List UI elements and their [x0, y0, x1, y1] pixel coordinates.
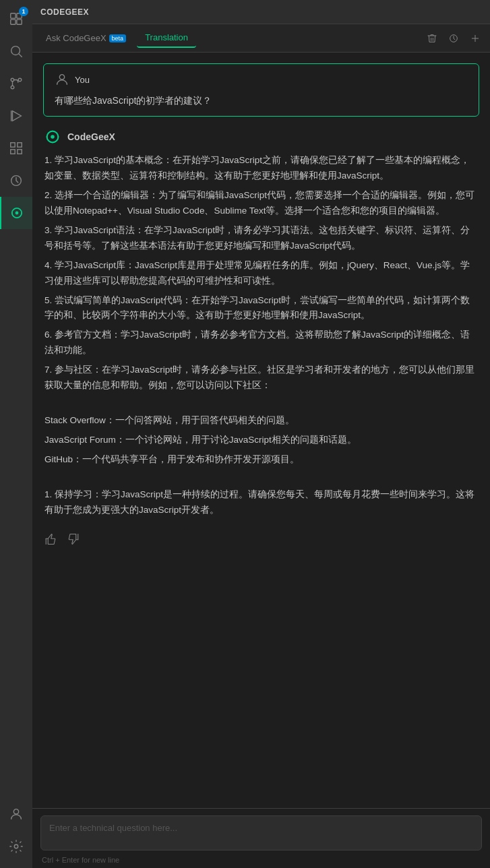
codegeex-icon	[9, 205, 25, 221]
svg-point-8	[18, 78, 22, 82]
tab-translation[interactable]: Translation	[137, 28, 196, 48]
thumbs-up-button[interactable]	[43, 532, 58, 549]
svg-point-7	[11, 86, 14, 89]
ai-content-line: 5. 尝试编写简单的JavaScript代码：在开始学习JavaScript时，…	[44, 293, 479, 324]
sidebar-item-search[interactable]	[0, 35, 32, 67]
source-control-icon	[9, 76, 24, 91]
ai-message: CodeGeeX 1. 学习JavaScript的基本概念：在开始学习JavaS…	[43, 127, 479, 549]
trash-icon	[427, 33, 437, 44]
add-button[interactable]	[466, 29, 485, 48]
main-content: CODEGEEX Ask CodeGeeX beta Translation	[32, 0, 490, 868]
sidebar-item-extensions[interactable]: 1	[0, 3, 32, 35]
history-button[interactable]	[444, 29, 463, 48]
svg-rect-14	[18, 150, 22, 154]
ai-content-line: 1. 保持学习：学习JavaScript是一种持续的过程。请确保您每天、每周或每…	[44, 487, 479, 518]
user-message-header: You	[55, 72, 468, 87]
ai-action-bar	[43, 529, 479, 549]
plus-icon	[470, 33, 481, 44]
clock-icon	[448, 33, 459, 44]
svg-point-18	[14, 844, 18, 848]
input-hint: Ctrl + Enter for new line	[40, 853, 482, 864]
ai-content-line: 1. 学习JavaScript的基本概念：在开始学习JavaScript之前，请…	[44, 153, 479, 184]
tab-translation-label: Translation	[145, 32, 188, 42]
header-bar: CODEGEEX	[32, 0, 490, 24]
user-avatar-icon	[55, 72, 69, 87]
ai-content-line: 3. 学习JavaScript语法：在学习JavaScript时，请务必学习其语…	[44, 223, 479, 254]
history-icon	[9, 173, 24, 188]
svg-marker-9	[13, 111, 22, 121]
sidebar-item-run[interactable]	[0, 100, 32, 132]
sidebar-item-settings[interactable]	[0, 830, 32, 863]
settings-icon	[9, 839, 24, 854]
tab-bar: Ask CodeGeeX beta Translation	[32, 24, 490, 53]
tab-ask-badge: beta	[109, 34, 127, 42]
run-icon	[9, 108, 24, 123]
svg-point-22	[59, 75, 64, 80]
input-area: Ctrl + Enter for new line	[32, 808, 490, 868]
thumbs-down-icon	[67, 533, 80, 545]
thumbs-down-button[interactable]	[66, 532, 81, 549]
ai-content-line: JavaScript Forum：一个讨论网站，用于讨论JavaScript相关…	[44, 433, 479, 448]
sidebar-item-history[interactable]	[0, 164, 32, 197]
brand-name: CODEGEEX	[40, 7, 89, 17]
svg-point-16	[16, 212, 19, 215]
sidebar-item-blocks[interactable]	[0, 132, 32, 164]
search-icon	[9, 44, 24, 59]
sidebar-bottom	[0, 798, 32, 868]
sidebar: 1	[0, 0, 32, 868]
chat-area: You 有哪些给JavaScript的初学者的建议？ CodeGeeX 1. 学…	[32, 53, 490, 808]
user-message: You 有哪些给JavaScript的初学者的建议？	[43, 63, 479, 117]
blocks-icon	[9, 141, 24, 156]
ai-content-line: Stack Overflow：一个问答网站，用于回答代码相关的问题。	[44, 413, 479, 429]
svg-rect-3	[17, 20, 22, 24]
user-name: You	[75, 75, 90, 85]
sidebar-top: 1	[0, 0, 32, 798]
ai-message-header: CodeGeeX	[43, 127, 479, 146]
svg-rect-0	[11, 13, 16, 18]
svg-rect-12	[18, 143, 22, 147]
thumbs-up-icon	[44, 533, 57, 545]
sidebar-item-account[interactable]	[0, 798, 32, 830]
question-input[interactable]	[40, 815, 482, 850]
ai-content-line: 2. 选择一个合适的编辑器：为了编写和编辑JavaScript代码，您需要选择一…	[44, 188, 479, 219]
ai-content-line: 4. 学习JavaScript库：JavaScript库是用于处理常见编程任务的…	[44, 258, 479, 289]
svg-rect-2	[11, 20, 16, 24]
ai-name-label: CodeGeeX	[67, 131, 115, 142]
delete-button[interactable]	[423, 29, 441, 48]
tab-ask[interactable]: Ask CodeGeeX beta	[38, 29, 134, 47]
sidebar-item-codegeex[interactable]	[0, 197, 32, 229]
svg-point-17	[13, 809, 18, 814]
svg-rect-11	[11, 143, 15, 147]
codegex-ai-logo	[43, 127, 62, 146]
svg-point-4	[11, 46, 20, 55]
svg-line-5	[19, 54, 22, 57]
user-question-text: 有哪些给JavaScript的初学者的建议？	[55, 94, 468, 108]
ai-response-content: 1. 学习JavaScript的基本概念：在开始学习JavaScript之前，请…	[43, 153, 479, 522]
notification-badge: 1	[19, 7, 28, 16]
sidebar-item-source-control[interactable]	[0, 67, 32, 100]
svg-rect-13	[11, 150, 15, 154]
account-icon	[9, 807, 24, 822]
svg-point-23	[51, 135, 55, 139]
ai-content-line: 6. 参考官方文档：学习JavaScript时，请务必参考官方文档。这将帮助您了…	[44, 328, 479, 359]
ai-content-line: GitHub：一个代码共享平台，用于发布和协作开发开源项目。	[44, 452, 479, 468]
tab-ask-label: Ask CodeGeeX	[46, 33, 106, 43]
ai-content-line: 7. 参与社区：在学习JavaScript时，请务必参与社区。社区是学习者和开发…	[44, 363, 479, 394]
